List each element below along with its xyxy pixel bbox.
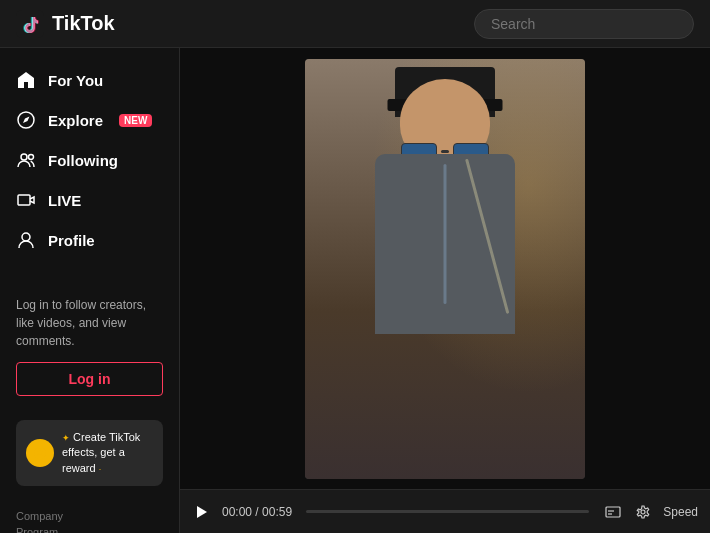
sidebar-item-live[interactable]: LIVE	[0, 180, 179, 220]
sidebar-item-following[interactable]: Following	[0, 140, 179, 180]
sidebar-label-explore: Explore	[48, 112, 103, 129]
sidebar-item-for-you[interactable]: For You	[0, 60, 179, 100]
video-frame	[305, 59, 585, 479]
home-icon	[16, 70, 36, 90]
svg-marker-7	[197, 506, 207, 518]
users-icon	[16, 150, 36, 170]
main-layout: For You Explore NEW Following LIVE	[0, 48, 710, 533]
tiktok-logo-icon	[16, 10, 44, 38]
caption-icon[interactable]	[603, 502, 623, 522]
sidebar: For You Explore NEW Following LIVE	[0, 48, 180, 533]
video-container	[180, 48, 710, 489]
svg-point-11	[641, 510, 645, 514]
login-section: Log in to follow creators, like videos, …	[0, 284, 179, 408]
sidebar-item-explore[interactable]: Explore NEW	[0, 100, 179, 140]
sidebar-label-for-you: For You	[48, 72, 103, 89]
effects-icon	[26, 439, 54, 467]
sidebar-label-profile: Profile	[48, 232, 95, 249]
footer-link-program[interactable]: Program	[16, 526, 163, 533]
logo-area: TikTok	[16, 10, 115, 38]
sidebar-label-following: Following	[48, 152, 118, 169]
explore-new-badge: NEW	[119, 114, 152, 127]
app-logo-text: TikTok	[52, 12, 115, 35]
time-display: 00:00 / 00:59	[222, 505, 292, 519]
person-icon	[16, 230, 36, 250]
content-area: 00:00 / 00:59 Speed	[180, 48, 710, 533]
settings-icon[interactable]	[633, 502, 653, 522]
effects-star-bottom: ·	[99, 464, 102, 474]
speed-button[interactable]: Speed	[663, 505, 698, 519]
sidebar-label-live: LIVE	[48, 192, 81, 209]
create-effects-box[interactable]: ✦ Create TikTok effects, get a reward ·	[16, 420, 163, 486]
zipper-figure	[444, 164, 447, 304]
video-controls-bar: 00:00 / 00:59 Speed	[180, 489, 710, 533]
footer-link-company[interactable]: Company	[16, 510, 163, 522]
sidebar-item-profile[interactable]: Profile	[0, 220, 179, 260]
compass-icon	[16, 110, 36, 130]
header: TikTok	[0, 0, 710, 48]
svg-point-2	[21, 154, 27, 160]
head-figure	[400, 79, 490, 164]
progress-bar[interactable]	[306, 510, 589, 513]
live-icon	[16, 190, 36, 210]
sidebar-footer: Company Program Terms & Policies © 2024 …	[0, 498, 179, 533]
effects-star-top: ✦	[62, 433, 70, 443]
effects-label: ✦ Create TikTok effects, get a reward ·	[62, 430, 153, 476]
svg-point-5	[22, 233, 30, 241]
svg-point-3	[29, 155, 34, 160]
svg-rect-8	[606, 507, 620, 517]
play-button[interactable]	[192, 502, 212, 522]
search-input[interactable]	[474, 9, 694, 39]
svg-rect-4	[18, 195, 30, 205]
login-prompt-text: Log in to follow creators, like videos, …	[16, 296, 163, 350]
video-content	[305, 59, 585, 479]
login-button[interactable]: Log in	[16, 362, 163, 396]
